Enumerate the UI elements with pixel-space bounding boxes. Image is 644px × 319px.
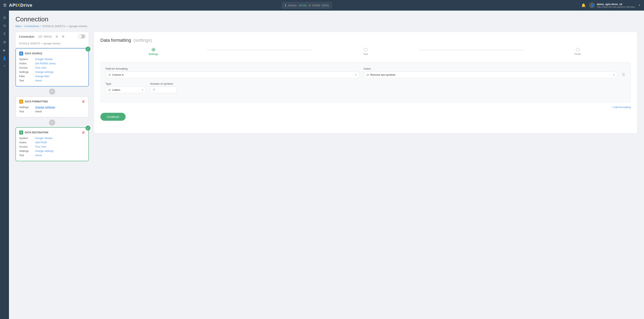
- breadcrumb-connections[interactable]: Connections: [24, 25, 39, 28]
- block1-test-value[interactable]: check: [35, 79, 42, 82]
- block1-num: 1: [19, 52, 23, 56]
- block1-settings-value[interactable]: change settings: [35, 70, 54, 74]
- block3-test-row: Test check: [19, 154, 85, 157]
- type-select[interactable]: Letters ▾: [106, 86, 146, 93]
- block3-test-value[interactable]: check: [35, 154, 42, 157]
- step-test-circle: [364, 48, 368, 52]
- connection-title-text: Connection: [19, 35, 34, 38]
- block1-system-row: System Google Sheets: [19, 58, 85, 61]
- block1-filter-value[interactable]: change filter: [35, 75, 50, 78]
- block3-settings-label: Settings: [19, 150, 34, 152]
- panel-title: Data formatting (settings): [100, 38, 631, 43]
- connection-header: Connection (ID: 38910) ⧉ ⚙: [16, 32, 89, 41]
- form-row-1: Field for formatting Column A ▾ Action R…: [106, 67, 626, 78]
- field-chevron-icon: ▾: [355, 74, 356, 76]
- chevron-down-icon[interactable]: ▼: [638, 4, 641, 7]
- left-panel: Connection (ID: 38910) ⧉ ⚙ GOOGLE SHEETS…: [16, 32, 89, 163]
- block3-settings-value[interactable]: change settings: [35, 150, 54, 152]
- formatting-form: Field for formatting Column A ▾ Action R…: [100, 62, 631, 102]
- block2-header: 2 DATA FORMATTING 🗑: [19, 100, 85, 104]
- block-data-formatting: 2 DATA FORMATTING 🗑 Settings change sett…: [16, 96, 89, 118]
- sidebar-item-tutorials[interactable]: ▶: [1, 46, 8, 54]
- block1-filter-row: Filter change filter: [19, 75, 85, 78]
- block2-test-row: Test check: [19, 110, 85, 113]
- step-finish-label: Finish: [574, 53, 581, 56]
- continue-button[interactable]: Continue: [100, 113, 126, 121]
- sidebar-item-billing[interactable]: $: [1, 30, 8, 38]
- page-title: Connection: [16, 16, 638, 23]
- block1-action-value[interactable]: Get ROWS (new): [35, 62, 56, 65]
- block1-access-value[interactable]: Tina User: [35, 66, 46, 69]
- check-icon-destination: ✓: [86, 126, 90, 130]
- block3-num: 3: [19, 130, 23, 134]
- add-step-2[interactable]: +: [49, 120, 55, 126]
- type-dot: [108, 89, 110, 91]
- logo-x: X: [17, 3, 20, 8]
- symbols-group: Number of symbols: [150, 82, 177, 93]
- type-label: Type: [106, 82, 146, 85]
- block3-access-label: Access: [19, 145, 34, 148]
- step-finish-circle: [576, 48, 580, 52]
- info-icon: ℹ: [285, 4, 286, 7]
- bell-icon[interactable]: 🔔: [581, 3, 586, 8]
- field-label: Field for formatting: [106, 67, 360, 70]
- block3-test-label: Test: [19, 154, 34, 157]
- block3-action-label: Action: [19, 141, 34, 144]
- add-formatting-link[interactable]: + Add formatting: [100, 106, 631, 109]
- block3-settings-row: Settings change settings: [19, 150, 85, 152]
- user-info: 👤 demo_apix-drive_s2 Plan |Start| left u…: [589, 2, 635, 8]
- block2-test-label: Test: [19, 110, 34, 113]
- block1-access-label: Access: [19, 66, 34, 69]
- connection-toggle[interactable]: [78, 34, 85, 38]
- steps: Settings Test Finish: [100, 48, 631, 56]
- actions-total: 50'000: [312, 4, 320, 7]
- step-settings-label: Settings: [149, 53, 158, 56]
- block3-access-value[interactable]: Tina User: [35, 145, 46, 148]
- breadcrumb: Main / Connections / GOOGLE SHEETS -> (g…: [16, 25, 638, 28]
- action-value: Remove last symbols: [370, 73, 614, 76]
- logo-text: APIXDrive: [9, 3, 32, 8]
- action-label: Action: [364, 67, 618, 70]
- copy-icon[interactable]: ⧉: [56, 35, 58, 38]
- sidebar-item-briefcase[interactable]: ⊠: [1, 38, 8, 46]
- symbols-label: Number of symbols: [150, 82, 177, 85]
- field-select[interactable]: Column A ▾: [106, 72, 360, 78]
- connection-subtitle: GOOGLE SHEETS -> (google sheets): [16, 41, 89, 47]
- right-panel: Data formatting (settings) Settings Test…: [94, 32, 638, 134]
- action-dot: [367, 74, 369, 76]
- delete-formatting-btn[interactable]: 🗑: [622, 67, 626, 77]
- block2-settings-row: Settings change settings: [19, 106, 85, 109]
- block3-system-value[interactable]: Google Sheets: [35, 136, 52, 140]
- sidebar-item-home[interactable]: ⊞: [1, 14, 8, 21]
- check-icon-source: ✓: [86, 46, 90, 52]
- action-select[interactable]: Remove last symbols ▾: [364, 72, 618, 78]
- connection-title: Connection (ID: 38910) ⧉ ⚙: [19, 35, 64, 38]
- block1-system-value[interactable]: Google Sheets: [35, 58, 52, 61]
- actions-badge: ℹ Actions: 25'161 of 50'000 (50%): [282, 2, 332, 9]
- connection-id: (ID: 38910): [38, 35, 52, 38]
- block2-title-text: DATA FORMATTING: [25, 100, 48, 103]
- step-settings: Settings: [100, 48, 206, 56]
- step-test-label: Test: [363, 53, 368, 56]
- trash-icon-destination[interactable]: 🗑: [82, 131, 85, 134]
- add-step-1[interactable]: +: [49, 88, 55, 95]
- trash-icon-formatting[interactable]: 🗑: [82, 100, 85, 104]
- field-for-formatting-group: Field for formatting Column A ▾: [106, 67, 360, 78]
- block3-action-value[interactable]: Add ROW: [35, 141, 47, 144]
- hamburger-icon[interactable]: ☰: [3, 3, 6, 8]
- actions-percent: (50%): [322, 4, 329, 7]
- gear-icon[interactable]: ⚙: [62, 35, 64, 38]
- action-group: Action Remove last symbols ▾: [364, 67, 618, 78]
- block3-title: 3 DATA DESTINATION: [19, 130, 48, 134]
- sidebar-item-profile[interactable]: 👤: [1, 54, 8, 62]
- sidebar-item-help[interactable]: ?: [1, 63, 8, 70]
- block2-settings-value[interactable]: change settings: [35, 106, 55, 109]
- sidebar-item-connections[interactable]: ⊟: [1, 22, 8, 29]
- block3-system-row: System Google Sheets: [19, 136, 85, 140]
- sidebar: ⊞ ⊟ $ ⊠ ▶ 👤 ?: [0, 10, 9, 319]
- logo-api: API: [9, 3, 17, 8]
- breadcrumb-main[interactable]: Main: [16, 25, 21, 28]
- symbols-input[interactable]: [150, 86, 177, 93]
- block3-access-row: Access Tina User: [19, 145, 85, 148]
- block-data-destination: ✓ 3 DATA DESTINATION 🗑 System Google She…: [16, 127, 89, 161]
